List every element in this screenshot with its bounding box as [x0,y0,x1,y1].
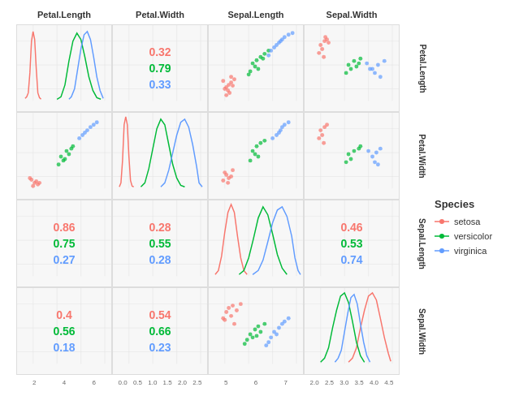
svg-point-35 [253,65,257,69]
svg-point-71 [344,71,348,75]
svg-point-37 [256,67,260,71]
corr-r3c1: 0.86 0.75 0.27 [17,200,111,286]
col-headers: Petal.Length Petal.Width Sepal.Length Se… [16,6,426,23]
x-ticks-2: 0.0 0.5 1.0 1.5 2.0 2.5 [112,377,208,388]
main-container: Petal.Length Petal.Width Sepal.Length Se… [0,0,532,409]
cell-r3c1: 0.86 0.75 0.27 [16,200,112,287]
svg-point-99 [57,162,61,166]
svg-point-168 [378,147,383,151]
svg-point-93 [37,181,41,185]
scatter-grid: 0.32 0.79 0.33 [16,24,400,375]
svg-point-233 [258,330,262,334]
legend-label-virginica: virginica [454,246,487,256]
legend-icon-setosa [435,217,449,226]
svg-point-96 [64,149,68,153]
svg-point-156 [325,123,329,127]
svg-point-220 [227,306,231,310]
svg-point-129 [231,168,235,172]
svg-point-68 [352,59,356,63]
svg-point-155 [317,136,321,140]
svg-point-240 [266,340,270,344]
corr-versicolor-r3c2: 0.55 [149,237,171,250]
svg-point-236 [255,334,259,338]
cell-r3c3 [208,200,304,287]
svg-point-157 [322,141,326,145]
x-ticks-1: 2 4 6 [16,377,112,388]
svg-point-239 [277,326,281,330]
legend-item-versicolor: versicolor [435,231,532,241]
svg-point-242 [275,332,279,336]
cell-r3c4: 0.46 0.53 0.74 [304,200,400,287]
legend-title: Species [435,198,532,210]
svg-point-224 [235,308,239,312]
cell-r1c2: 0.32 0.79 0.33 [112,24,208,112]
svg-point-245 [287,316,291,321]
svg-point-51 [279,39,283,43]
svg-point-225 [232,322,236,326]
svg-point-31 [229,75,233,79]
svg-point-101 [67,153,71,157]
svg-point-69 [349,67,353,71]
cell-r4c1: 0.4 0.56 0.18 [16,287,112,375]
svg-point-143 [277,131,281,135]
x-ticks-3: 5 6 7 [208,377,304,388]
svg-point-78 [383,59,387,63]
legend-item-setosa: setosa [435,217,532,226]
corr-virginica-r3c1: 0.27 [53,253,75,266]
svg-point-46 [283,35,287,39]
corr-versicolor-r1c2: 0.79 [149,62,171,75]
svg-point-131 [251,149,255,153]
cell-r4c4 [304,287,400,375]
svg-point-126 [223,170,227,174]
x-axis-labels: 2 4 6 0.0 0.5 1.0 1.5 2.0 2.5 5 6 7 2.0 … [16,377,426,388]
svg-point-135 [262,139,266,143]
corr-virginica-r3c2: 0.28 [149,253,171,266]
svg-point-26 [231,84,235,88]
corr-setosa-r3c2: 0.28 [149,221,171,234]
corr-versicolor-r4c2: 0.66 [149,325,171,338]
svg-point-132 [255,144,259,149]
svg-point-29 [232,77,236,81]
legend-icon-virginica [435,247,449,255]
svg-point-49 [266,54,270,58]
svg-point-234 [262,322,266,326]
legend-label-setosa: setosa [454,217,480,226]
col-header-2: Petal.Width [112,6,208,23]
svg-point-152 [318,128,322,132]
svg-point-223 [231,304,235,308]
svg-point-127 [229,174,233,179]
svg-point-134 [253,153,257,157]
svg-point-28 [221,79,225,83]
row-label-3: Sepal.Length [417,218,426,269]
svg-point-141 [270,136,275,140]
svg-point-243 [283,320,287,324]
svg-point-63 [317,51,321,55]
svg-point-104 [89,125,93,129]
svg-point-230 [251,335,255,339]
svg-point-137 [249,158,253,162]
svg-point-164 [370,155,374,159]
corr-setosa-r1c2: 0.32 [149,45,171,58]
corr-versicolor-r3c4: 0.53 [340,237,362,250]
cell-r1c1 [16,24,112,112]
corr-r4c2: 0.54 0.66 0.23 [113,288,207,374]
corr-setosa-r3c1: 0.86 [53,221,75,234]
svg-point-41 [247,72,251,76]
legend-icon-versicolor [435,232,449,240]
corr-virginica-r1c2: 0.33 [149,78,171,91]
corr-setosa-r4c2: 0.54 [149,308,171,321]
svg-point-27 [227,91,231,95]
svg-point-228 [249,332,253,336]
corr-r3c4: 0.46 0.53 0.74 [305,200,399,286]
cell-r1c3 [208,24,304,112]
svg-point-67 [347,63,351,67]
corr-r4c1: 0.4 0.56 0.18 [17,288,111,374]
x-ticks-4: 2.0 2.5 3.0 3.5 4.0 4.5 [304,377,400,388]
cell-r2c2 [112,112,208,200]
svg-point-61 [320,47,324,51]
svg-point-142 [283,123,287,127]
row-label-2: Petal.Width [417,134,426,178]
cell-r4c3 [208,287,304,375]
corr-r1c2: 0.32 0.79 0.33 [113,25,207,111]
svg-point-158 [347,153,351,157]
